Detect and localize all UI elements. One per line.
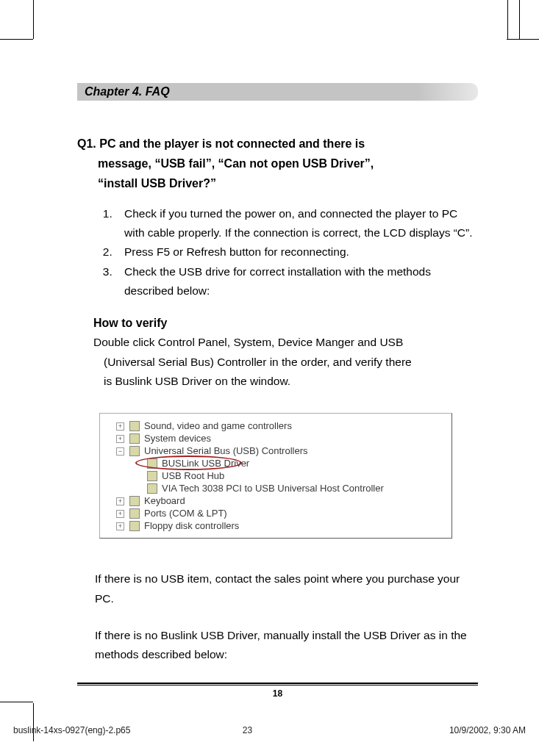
footer-filename: buslink-14xs-0927(eng)-2.p65 <box>13 725 130 735</box>
tree-item: + Keyboard <box>129 494 447 507</box>
verify-text: Double click Control Panel, System, Devi… <box>77 333 478 391</box>
text-line: Double click Control Panel, System, Devi… <box>93 336 403 348</box>
tree-label: USB Root Hub <box>162 470 224 481</box>
tree-item: + System devices <box>129 432 447 444</box>
tree-item: − Universal Serial Bus (USB) Controllers <box>129 444 447 457</box>
crop-mark <box>0 39 33 40</box>
paragraph: If there is no USB item, contact the sal… <box>77 569 478 608</box>
tree-item: + Ports (COM & LPT) <box>129 507 447 519</box>
page-number: 18 <box>77 688 478 699</box>
tree-label: Universal Serial Bus (USB) Controllers <box>144 445 308 456</box>
question-line: “install USB Driver?” <box>77 173 478 193</box>
faq-question: Q1. PC and the player is not connected a… <box>77 134 478 194</box>
footer-page: 23 <box>243 725 252 735</box>
crop-mark <box>33 0 34 39</box>
question-line: message, “USB fail”, “Can not open USB D… <box>77 154 478 173</box>
device-icon <box>129 496 140 506</box>
expand-icon: + <box>116 497 124 505</box>
tree-label: Sound, video and game controllers <box>144 420 292 431</box>
expand-icon: + <box>116 422 124 431</box>
tree-label: VIA Tech 3038 PCI to USB Universal Host … <box>162 483 384 494</box>
step-item: Check if you turned the power on, and co… <box>115 204 478 243</box>
crop-mark <box>507 0 508 39</box>
footer-datetime: 10/9/2002, 9:30 AM <box>449 725 526 735</box>
page-content: Chapter 4. FAQ Q1. PC and the player is … <box>77 83 478 699</box>
tree-item: VIA Tech 3038 PCI to USB Universal Host … <box>129 482 447 494</box>
device-icon <box>129 433 140 444</box>
step-item: Press F5 or Refresh button for reconnect… <box>115 242 478 262</box>
expand-icon: + <box>116 435 124 443</box>
collapse-icon: − <box>116 447 124 456</box>
text-line: (Universal Serial Bus) Controller in the… <box>93 353 478 372</box>
expand-icon: + <box>116 510 124 518</box>
tree-item-highlighted: BUSLink USB Driver <box>129 457 447 469</box>
crop-mark <box>519 0 520 39</box>
question-line: PC and the player is not connected and t… <box>99 137 365 150</box>
crop-mark <box>507 39 520 40</box>
crop-mark <box>518 39 539 40</box>
tree-item: + Floppy disk controllers <box>129 519 447 532</box>
page-rule <box>77 683 478 685</box>
expand-icon: + <box>116 522 124 530</box>
crop-mark <box>0 702 33 702</box>
device-icon <box>129 421 140 431</box>
tree-label: BUSLink USB Driver <box>162 458 249 469</box>
question-prefix: Q1. <box>77 137 99 150</box>
step-item: Check the USB drive for correct installa… <box>115 262 478 301</box>
chapter-title: Chapter 4. FAQ <box>77 83 478 101</box>
device-manager-screenshot: + Sound, video and game controllers + Sy… <box>99 413 452 539</box>
tree-label: Keyboard <box>144 495 185 506</box>
device-icon <box>129 508 140 519</box>
paragraph: If there is no Buslink USB Driver, manua… <box>77 626 478 665</box>
device-icon <box>147 483 157 494</box>
document-footer: buslink-14xs-0927(eng)-2.p65 23 10/9/200… <box>0 725 539 735</box>
device-icon <box>147 471 157 481</box>
tree-label: System devices <box>144 433 211 444</box>
verify-heading: How to verify <box>77 317 478 330</box>
text-line: is Buslink USB Driver on the window. <box>93 372 478 391</box>
tree-item: + Sound, video and game controllers <box>129 420 447 432</box>
device-icon <box>129 521 140 531</box>
crop-mark <box>33 703 34 741</box>
device-icon <box>129 446 140 456</box>
device-icon <box>147 458 157 469</box>
tree-label: Floppy disk controllers <box>144 520 239 531</box>
tree-label: Ports (COM & LPT) <box>144 508 227 519</box>
steps-list: Check if you turned the power on, and co… <box>77 204 478 301</box>
tree-item: USB Root Hub <box>129 469 447 482</box>
